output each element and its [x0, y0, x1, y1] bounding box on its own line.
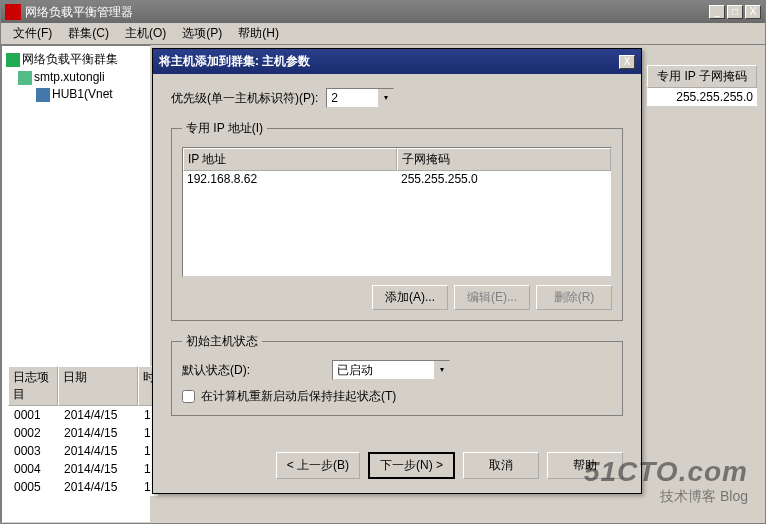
- state-group: 初始主机状态 默认状态(D): ▾ 在计算机重新启动后保持挂起状态(T): [171, 333, 623, 416]
- log-date: 2014/4/15: [58, 460, 138, 478]
- menubar: 文件(F) 群集(C) 主机(O) 选项(P) 帮助(H): [1, 23, 765, 45]
- ip-cell-ip: 192.168.8.62: [183, 171, 397, 187]
- state-combo[interactable]: ▾: [332, 360, 450, 380]
- menu-cluster[interactable]: 群集(C): [60, 23, 117, 44]
- priority-label: 优先级(单一主机标识符)(P):: [171, 90, 318, 107]
- log-row[interactable]: 00032014/4/151: [8, 442, 158, 460]
- chevron-down-icon[interactable]: ▾: [377, 89, 393, 107]
- watermark-small: 技术博客 Blog: [584, 488, 748, 506]
- state-group-legend: 初始主机状态: [182, 333, 262, 350]
- window-title: 网络负载平衡管理器: [25, 4, 709, 21]
- chevron-down-icon[interactable]: ▾: [433, 361, 449, 379]
- right-col-header[interactable]: 专用 IP 子网掩码: [647, 65, 757, 88]
- menu-options[interactable]: 选项(P): [174, 23, 230, 44]
- tree-node-label: smtp.xutongli: [34, 70, 105, 84]
- log-row[interactable]: 00012014/4/151: [8, 406, 158, 424]
- minimize-button[interactable]: _: [709, 5, 725, 19]
- next-button[interactable]: 下一步(N) >: [368, 452, 455, 479]
- tree-node-hub1[interactable]: HUB1(Vnet: [6, 86, 146, 103]
- maximize-button[interactable]: □: [727, 5, 743, 19]
- dialog-titlebar: 将主机添加到群集: 主机参数 X: [153, 49, 641, 74]
- watermark: 51CTO.com 技术博客 Blog: [584, 456, 748, 506]
- add-button[interactable]: 添加(A)...: [372, 285, 448, 310]
- tree-node-smtp[interactable]: smtp.xutongli: [6, 69, 146, 86]
- tree-root-label: 网络负载平衡群集: [22, 52, 118, 66]
- cluster-icon: [6, 53, 20, 67]
- log-row[interactable]: 00022014/4/151: [8, 424, 158, 442]
- right-col-value: 255.255.255.0: [647, 88, 757, 106]
- log-date: 2014/4/15: [58, 424, 138, 442]
- ip-header-ip[interactable]: IP 地址: [183, 148, 397, 171]
- watermark-big: 51CTO.com: [584, 456, 748, 488]
- state-label: 默认状态(D):: [182, 362, 332, 379]
- retain-suspend-label: 在计算机重新启动后保持挂起状态(T): [201, 388, 396, 405]
- ip-group-legend: 专用 IP 地址(I): [182, 120, 267, 137]
- log-date: 2014/4/15: [58, 406, 138, 424]
- priority-combo[interactable]: ▾: [326, 88, 394, 108]
- menu-file[interactable]: 文件(F): [5, 23, 60, 44]
- dialog-title: 将主机添加到群集: 主机参数: [159, 53, 619, 70]
- log-date: 2014/4/15: [58, 478, 138, 496]
- ip-group: 专用 IP 地址(I) IP 地址 子网掩码 192.168.8.62 255.…: [171, 120, 623, 321]
- app-icon: [5, 4, 21, 20]
- log-row[interactable]: 00042014/4/151: [8, 460, 158, 478]
- ip-table: IP 地址 子网掩码 192.168.8.62 255.255.255.0: [182, 147, 612, 277]
- dialog-close-button[interactable]: X: [619, 55, 635, 69]
- log-row[interactable]: 00052014/4/151: [8, 478, 158, 496]
- server-icon: [18, 71, 32, 85]
- log-date: 2014/4/15: [58, 442, 138, 460]
- log-area: 日志项目 日期 时 00012014/4/151 00022014/4/151 …: [8, 366, 158, 496]
- log-id: 0005: [8, 478, 58, 496]
- edit-button[interactable]: 编辑(E)...: [454, 285, 530, 310]
- tree-node-label: HUB1(Vnet: [52, 87, 113, 101]
- tree-root[interactable]: 网络负载平衡群集: [6, 50, 146, 69]
- log-id: 0004: [8, 460, 58, 478]
- delete-button[interactable]: 删除(R): [536, 285, 612, 310]
- ip-row[interactable]: 192.168.8.62 255.255.255.0: [183, 171, 611, 187]
- log-id: 0002: [8, 424, 58, 442]
- priority-input[interactable]: [327, 89, 377, 107]
- ip-header-mask[interactable]: 子网掩码: [397, 148, 611, 171]
- state-input[interactable]: [333, 361, 433, 379]
- log-id: 0001: [8, 406, 58, 424]
- cancel-button[interactable]: 取消: [463, 452, 539, 479]
- back-button[interactable]: < 上一步(B): [276, 452, 360, 479]
- menu-help[interactable]: 帮助(H): [230, 23, 287, 44]
- log-header-item[interactable]: 日志项目: [8, 366, 58, 406]
- ip-cell-mask: 255.255.255.0: [397, 171, 611, 187]
- close-button[interactable]: X: [745, 5, 761, 19]
- log-id: 0003: [8, 442, 58, 460]
- retain-suspend-checkbox[interactable]: [182, 390, 195, 403]
- log-header-date[interactable]: 日期: [58, 366, 138, 406]
- host-params-dialog: 将主机添加到群集: 主机参数 X 优先级(单一主机标识符)(P): ▾ 专用 I…: [152, 48, 642, 494]
- titlebar: 网络负载平衡管理器 _ □ X: [1, 1, 765, 23]
- host-icon: [36, 88, 50, 102]
- menu-host[interactable]: 主机(O): [117, 23, 174, 44]
